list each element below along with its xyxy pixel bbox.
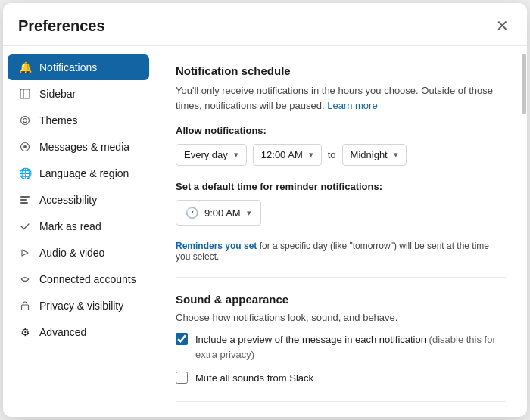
connected-accounts-icon [18,272,32,286]
day-select-value: Every day [184,149,228,160]
sidebar-label-audio-video: Audio & video [39,247,104,259]
start-time-select[interactable]: 12:00 AM ▾ [253,144,322,166]
themes-icon [18,114,32,127]
modal-title: Preferences [18,17,105,35]
end-time-value: Midnight [351,149,388,160]
end-time-select[interactable]: Midnight ▾ [342,144,407,166]
modal-header: Preferences ✕ [3,3,527,46]
to-text: to [328,149,336,160]
learn-more-link[interactable]: Learn more [327,100,377,111]
audio-video-icon [18,246,32,260]
svg-marker-9 [22,250,28,256]
sound-appearance-title: Sound & appearance [176,293,506,306]
svg-point-5 [23,145,26,148]
sidebar-icon [18,87,32,101]
sidebar-item-notifications[interactable]: 🔔 Notifications [8,54,149,80]
sidebar-item-sidebar[interactable]: Sidebar [8,81,149,107]
sidebar-item-accessibility[interactable]: Accessibility [8,187,149,213]
inactive-title: When I'm not active on desktop ... [176,417,506,418]
sidebar-label-accessibility: Accessibility [39,194,97,206]
start-time-value: 12:00 AM [261,149,303,160]
reminder-time-value: 9:00 AM [204,207,241,219]
notification-schedule-section: Notification schedule You'll only receiv… [176,64,506,262]
day-select[interactable]: Every day ▾ [176,144,247,166]
sidebar-label-language: Language & region [39,167,129,179]
sidebar-label-sidebar: Sidebar [39,88,76,100]
svg-rect-7 [20,199,26,201]
reminders-link[interactable]: Reminders you set [176,241,257,251]
bell-icon: 🔔 [18,61,32,74]
preview-checkbox[interactable] [176,333,188,345]
svg-rect-6 [20,196,30,198]
sound-appearance-section: Sound & appearance Choose how notificati… [176,293,506,386]
sidebar: 🔔 Notifications Sidebar [3,46,154,417]
advanced-icon: ⚙ [18,325,32,339]
preview-checkbox-row: Include a preview of the message in each… [176,332,506,362]
notification-schedule-desc: You'll only receive notifications in the… [176,83,506,113]
sidebar-item-mark-as-read[interactable]: Mark as read [8,213,149,239]
svg-rect-8 [20,202,28,204]
svg-point-3 [23,119,27,123]
scrollbar-thumb [522,54,526,114]
preferences-modal: Preferences ✕ 🔔 Notifications Sidebar [3,3,527,417]
sidebar-label-connected: Connected accounts [39,273,136,285]
sound-appearance-desc: Choose how notifications look, sound, an… [176,312,506,323]
sidebar-label-privacy: Privacy & visibility [39,300,123,312]
start-time-arrow: ▾ [309,150,313,160]
sidebar-item-messages-media[interactable]: Messages & media [8,134,149,160]
svg-rect-10 [22,305,29,310]
content-area: Notification schedule You'll only receiv… [154,46,527,417]
allow-notifications-label: Allow notifications: [176,125,506,136]
notification-schedule-title: Notification schedule [176,64,506,77]
reminder-time-arrow: ▾ [247,208,251,218]
inactive-section: When I'm not active on desktop ... Send … [176,417,506,418]
messages-icon [18,140,32,154]
preview-checkbox-label: Include a preview of the message in each… [195,332,506,362]
divider-2 [176,401,506,402]
clock-icon: 🕐 [186,207,198,219]
sidebar-item-privacy-visibility[interactable]: Privacy & visibility [8,293,149,319]
sidebar-item-audio-video[interactable]: Audio & video [8,240,149,266]
close-button[interactable]: ✕ [493,17,512,35]
allow-notifications-controls: Every day ▾ 12:00 AM ▾ to Midnight ▾ [176,144,506,166]
accessibility-icon [18,193,32,207]
sidebar-label-advanced: Advanced [39,326,86,338]
sidebar-item-language-region[interactable]: 🌐 Language & region [8,160,149,186]
mute-checkbox-label: Mute all sounds from Slack [195,371,313,386]
mute-checkbox-row: Mute all sounds from Slack [176,371,506,386]
sidebar-label-mark-read: Mark as read [39,220,101,232]
end-time-arrow: ▾ [394,150,398,160]
reminder-controls: 🕐 9:00 AM ▾ [176,200,506,226]
sidebar-label-messages: Messages & media [39,141,129,153]
sidebar-label-themes: Themes [39,114,78,126]
privacy-icon [18,299,32,313]
divider-1 [176,277,506,278]
day-select-arrow: ▾ [234,150,238,160]
mark-read-icon [18,219,32,233]
reminder-note: Reminders you set for a specific day (li… [176,241,506,262]
sidebar-label-notifications: Notifications [39,61,97,73]
reminder-time-select[interactable]: 🕐 9:00 AM ▾ [176,200,261,226]
scrollbar-track[interactable] [521,46,527,417]
svg-rect-0 [20,89,30,98]
sidebar-item-connected-accounts[interactable]: Connected accounts [8,266,149,292]
reminder-label: Set a default time for reminder notifica… [176,181,506,192]
svg-point-2 [21,117,30,125]
globe-icon: 🌐 [18,166,32,180]
sidebar-item-themes[interactable]: Themes [8,107,149,133]
modal-body: 🔔 Notifications Sidebar [3,46,527,417]
sidebar-item-advanced[interactable]: ⚙ Advanced [8,319,149,345]
mute-checkbox[interactable] [176,372,188,384]
